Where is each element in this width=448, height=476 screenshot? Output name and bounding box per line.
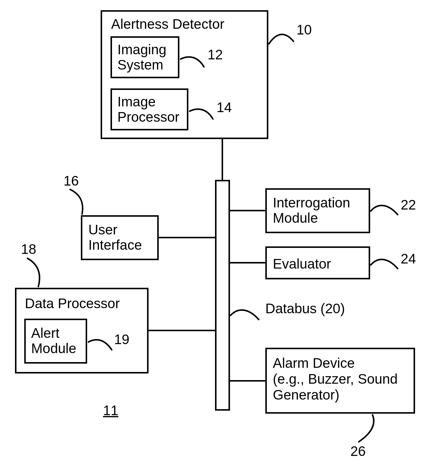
conn-bus-to-24: [230, 262, 265, 263]
ref-10: 10: [296, 22, 312, 38]
leader-14: [189, 106, 216, 124]
diagram-canvas: Alertness Detector Imaging System 12 Ima…: [0, 0, 448, 476]
block-title: User Interface: [88, 222, 142, 252]
databus: [215, 180, 230, 411]
conn-bus-to-22: [230, 210, 265, 211]
leader-24: [370, 255, 399, 272]
block-interrogation-module: Interrogation Module: [265, 188, 370, 233]
leader-20: [230, 305, 260, 323]
ref-22: 22: [401, 197, 416, 213]
ref-19: 19: [114, 331, 129, 347]
ref-14: 14: [217, 99, 232, 115]
leader-26: [355, 414, 379, 444]
block-alarm-device: Alarm Device (e.g., Buzzer, Sound Genera…: [265, 348, 415, 414]
databus-label: Databus (20): [265, 300, 345, 317]
ref-26: 26: [350, 443, 366, 459]
conn-18-to-bus: [149, 330, 216, 331]
ref-16: 16: [63, 173, 79, 189]
leader-22: [370, 201, 399, 218]
block-title: Evaluator: [273, 256, 331, 272]
leader-18: [24, 257, 48, 288]
block-title: Alarm Device (e.g., Buzzer, Sound Genera…: [273, 355, 398, 403]
ref-12: 12: [208, 46, 223, 63]
ref-18: 18: [21, 241, 36, 257]
block-imaging-system: Imaging System: [111, 36, 179, 78]
leader-12: [180, 54, 207, 72]
leader-10: [268, 29, 295, 50]
block-title: Interrogation Module: [273, 195, 350, 225]
block-title: Imaging System: [117, 42, 167, 72]
leader-16: [67, 188, 91, 215]
conn-16-to-bus: [159, 237, 216, 238]
conn-10-to-bus: [222, 139, 223, 180]
figure-number: 11: [103, 402, 118, 418]
leader-19: [88, 337, 113, 353]
block-title: Data Processor: [25, 295, 120, 311]
conn-bus-to-26: [230, 380, 265, 382]
block-alertness-detector: Alertness Detector Imaging System 12 Ima…: [101, 10, 268, 139]
block-title: Image Processor: [117, 94, 179, 124]
block-title: Alertness Detector: [111, 16, 224, 32]
block-title: Alert Module: [31, 326, 76, 356]
ref-24: 24: [401, 251, 416, 267]
block-evaluator: Evaluator: [265, 246, 370, 279]
block-user-interface: User Interface: [81, 215, 159, 260]
block-image-processor: Image Processor: [111, 88, 188, 130]
block-alert-module: Alert Module: [24, 319, 87, 364]
block-data-processor: Data Processor Alert Module 19: [15, 288, 149, 373]
